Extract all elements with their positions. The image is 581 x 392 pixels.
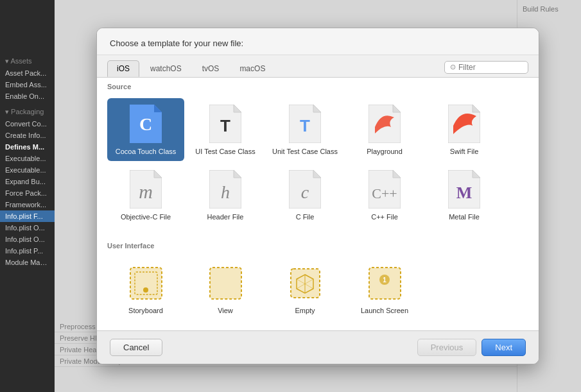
objc-file-icon: m: [126, 170, 165, 209]
sidebar-item-infoplist-o1[interactable]: Info.plist O...: [0, 222, 55, 234]
empty-icon: [286, 264, 324, 302]
svg-text:c: c: [301, 182, 309, 202]
next-button[interactable]: Next: [481, 339, 526, 356]
filter-input[interactable]: [458, 63, 523, 72]
dialog-footer: Cancel Previous Next: [97, 330, 539, 364]
unit-test-case-label: Unit Test Case Class: [272, 147, 338, 156]
ui-test-case-label: UI Test Case Class: [195, 147, 255, 156]
svg-text:1: 1: [383, 277, 386, 284]
sidebar-item-convert[interactable]: Convert Co...: [0, 118, 55, 130]
template-unit-test-case[interactable]: T Unit Test Case Class: [266, 98, 343, 161]
template-playground[interactable]: Playground: [346, 98, 423, 161]
swift-file-icon: [445, 105, 483, 143]
svg-text:C: C: [139, 114, 152, 134]
svg-text:h: h: [221, 182, 230, 202]
svg-marker-14: [154, 170, 162, 178]
filter-icon: ⊙: [450, 63, 456, 71]
tab-tvos[interactable]: tvOS: [193, 60, 229, 76]
empty-label: Empty: [295, 306, 315, 315]
storyboard-icon: [126, 264, 165, 302]
sidebar-item-infoplist-f[interactable]: Info.plist F...: [0, 210, 55, 222]
template-objc-file[interactable]: m Objective-C File: [107, 164, 184, 226]
objc-file-label: Objective-C File: [121, 212, 171, 221]
metal-file-icon: M: [445, 170, 483, 209]
template-ui-test-case[interactable]: T UI Test Case Class: [187, 98, 264, 161]
svg-rect-31: [210, 268, 241, 299]
svg-marker-4: [234, 105, 241, 112]
swift-file-label: Swift File: [450, 147, 479, 156]
nav-buttons: Previous Next: [417, 339, 526, 356]
sidebar-item-create-info[interactable]: Create Info...: [0, 130, 55, 141]
svg-marker-23: [393, 170, 401, 178]
svg-marker-1: [154, 105, 162, 112]
c-file-label: C File: [296, 212, 315, 221]
filter-box[interactable]: ⊙: [444, 61, 528, 74]
metal-file-label: Metal File: [449, 212, 480, 221]
sidebar-item-executable2[interactable]: Executable...: [0, 164, 55, 176]
svg-text:T: T: [220, 116, 230, 135]
launch-screen-icon: 1: [365, 264, 404, 302]
sidebar-section-packaging: ▾ Packaging: [0, 106, 55, 118]
svg-text:T: T: [300, 116, 310, 135]
template-swift-file[interactable]: Swift File: [426, 98, 503, 161]
playground-label: Playground: [367, 147, 403, 156]
template-view[interactable]: View: [187, 257, 264, 320]
svg-marker-12: [473, 105, 480, 112]
svg-marker-7: [313, 105, 321, 112]
template-storyboard[interactable]: Storyboard: [107, 257, 184, 320]
main-area: Preprocess Info.plist File No ◇ Preserve…: [55, 0, 581, 392]
svg-marker-10: [393, 105, 401, 112]
template-empty[interactable]: Empty: [266, 257, 343, 320]
dialog-overlay: Choose a template for your new file: iOS…: [55, 0, 581, 392]
dialog-body: Source C Cocoa Touch Class: [97, 78, 539, 331]
dialog-title: Choose a template for your new file:: [97, 28, 539, 55]
header-file-label: Header File: [207, 212, 244, 221]
ui-test-case-icon: T: [206, 105, 245, 143]
sidebar-item-enable-on[interactable]: Enable On...: [0, 90, 55, 102]
sidebar-item-infoplist-p[interactable]: Info.plist P...: [0, 245, 55, 257]
sidebar: ▾ Assets Asset Pack... Embed Ass... Enab…: [0, 0, 55, 392]
sidebar-item-infoplist-o2[interactable]: Info.plist O...: [0, 234, 55, 245]
sidebar-item-executable1[interactable]: Executable...: [0, 153, 55, 164]
cancel-button[interactable]: Cancel: [110, 339, 162, 356]
launch-screen-label: Launch Screen: [361, 306, 408, 315]
sidebar-item-force-pack[interactable]: Force Pack...: [0, 187, 55, 199]
tab-watchos[interactable]: watchOS: [141, 60, 191, 76]
cpp-file-label: C++ File: [371, 212, 398, 221]
tab-bar: iOS watchOS tvOS macOS ⊙: [97, 55, 539, 78]
svg-marker-20: [313, 170, 321, 178]
sidebar-item-expand-bu[interactable]: Expand Bu...: [0, 176, 55, 187]
sidebar-item-embed-ass[interactable]: Embed Ass...: [0, 79, 55, 90]
unit-test-case-icon: T: [286, 105, 324, 143]
storyboard-label: Storyboard: [128, 306, 163, 315]
template-metal-file[interactable]: M Metal File: [426, 164, 503, 226]
svg-point-30: [143, 287, 148, 293]
view-icon: [206, 264, 245, 302]
sidebar-item-defines-m[interactable]: Defines M...: [0, 141, 55, 153]
source-section-label: Source: [97, 78, 539, 93]
sidebar-item-asset-pack[interactable]: Asset Pack...: [0, 67, 55, 79]
template-cpp-file[interactable]: C++ C++ File: [346, 164, 423, 226]
cocoa-touch-class-icon: C: [126, 105, 165, 143]
template-header-file[interactable]: h Header File: [187, 164, 264, 226]
svg-text:M: M: [456, 183, 473, 202]
tab-ios[interactable]: iOS: [107, 60, 139, 77]
sidebar-section-assets: ▾ Assets: [0, 55, 55, 67]
c-file-icon: c: [286, 170, 324, 209]
cocoa-touch-class-label: Cocoa Touch Class: [116, 147, 177, 156]
previous-button[interactable]: Previous: [417, 339, 477, 356]
view-label: View: [218, 306, 233, 315]
svg-text:C++: C++: [372, 185, 397, 201]
user-interface-section-label: User Interface: [97, 237, 539, 252]
new-file-dialog: Choose a template for your new file: iOS…: [96, 28, 539, 365]
sidebar-item-framework[interactable]: Framework...: [0, 199, 55, 210]
playground-icon: [365, 105, 404, 143]
template-c-file[interactable]: c C File: [266, 164, 343, 226]
template-launch-screen[interactable]: 1 Launch Screen: [346, 257, 423, 320]
template-cocoa-touch-class[interactable]: C Cocoa Touch Class: [107, 98, 184, 161]
tab-macos[interactable]: macOS: [230, 60, 275, 76]
svg-marker-17: [234, 170, 241, 178]
sidebar-item-module-map[interactable]: Module Map...: [0, 257, 55, 268]
cpp-file-icon: C++: [365, 170, 404, 209]
svg-text:m: m: [139, 181, 153, 202]
